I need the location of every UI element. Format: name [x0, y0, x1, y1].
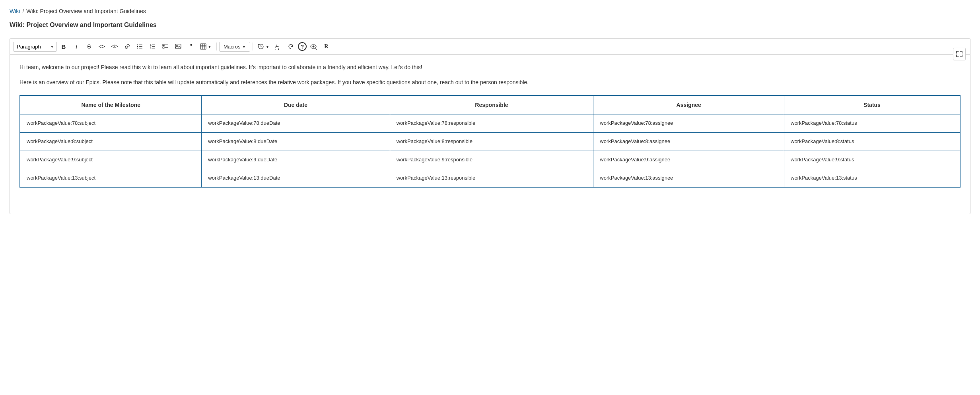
ordered-list-button[interactable]: 1.2.3.	[147, 41, 159, 52]
svg-rect-11	[152, 48, 155, 48]
svg-rect-7	[152, 45, 155, 45]
table-cell: workPackageValue:8:subject	[20, 132, 202, 151]
toolbar-divider-2	[253, 43, 253, 50]
svg-point-2	[137, 46, 138, 47]
milestones-table: Name of the Milestone Due date Responsib…	[19, 95, 961, 188]
strikethrough-button[interactable]: S	[83, 41, 95, 52]
svg-point-4	[137, 48, 138, 48]
table-cell: workPackageValue:78:status	[784, 114, 961, 133]
table-header-duedate: Due date	[202, 95, 390, 114]
table-cell: workPackageValue:78:dueDate	[202, 114, 390, 133]
table-row: workPackageValue:13:subjectworkPackageVa…	[20, 169, 960, 187]
table-header-row: Name of the Milestone Due date Responsib…	[20, 95, 960, 114]
table-dropdown[interactable]: ▼	[198, 42, 214, 51]
undo-button[interactable]	[272, 41, 284, 52]
table-header-status: Status	[784, 95, 961, 114]
preview-button[interactable]	[307, 41, 319, 52]
svg-text:3.: 3.	[150, 47, 152, 49]
table-cell: workPackageValue:9:responsible	[390, 151, 593, 169]
breadcrumb-separator: /	[22, 8, 24, 14]
overview-paragraph: Here is an overview of our Epics. Please…	[19, 78, 961, 87]
table-cell: workPackageValue:13:responsible	[390, 169, 593, 187]
svg-point-0	[137, 45, 138, 45]
svg-rect-18	[200, 44, 206, 49]
table-header-milestone: Name of the Milestone	[20, 95, 202, 114]
page-title: Wiki: Project Overview and Important Gui…	[10, 21, 970, 29]
table-cell: workPackageValue:78:assignee	[593, 114, 784, 133]
table-row: workPackageValue:9:subjectworkPackageVal…	[20, 151, 960, 169]
quote-button[interactable]: "	[185, 41, 197, 52]
code-button[interactable]: <>	[96, 41, 108, 52]
table-header-assignee: Assignee	[593, 95, 784, 114]
svg-rect-3	[139, 46, 142, 47]
table-cell: workPackageValue:13:dueDate	[202, 169, 390, 187]
history-dropdown[interactable]: ▼	[255, 42, 272, 51]
table-row: workPackageValue:78:subjectworkPackageVa…	[20, 114, 960, 133]
table-cell: workPackageValue:8:dueDate	[202, 132, 390, 151]
svg-rect-15	[165, 47, 168, 48]
link-button[interactable]	[121, 41, 133, 52]
table-cell: workPackageValue:8:responsible	[390, 132, 593, 151]
table-cell: workPackageValue:8:status	[784, 132, 961, 151]
macros-button[interactable]: Macros ▼	[219, 42, 251, 52]
table-cell: workPackageValue:9:subject	[20, 151, 202, 169]
svg-rect-16	[175, 44, 181, 48]
bold-button[interactable]: B	[58, 41, 70, 52]
source-button[interactable]: R	[320, 41, 332, 52]
paragraph-dropdown-wrapper[interactable]: Paragraph ▼	[13, 42, 57, 52]
table-row: workPackageValue:8:subjectworkPackageVal…	[20, 132, 960, 151]
task-list-button[interactable]	[159, 41, 171, 52]
help-button[interactable]: ?	[298, 42, 307, 51]
inline-code-button[interactable]: </>	[109, 41, 121, 52]
table-cell: workPackageValue:8:assignee	[593, 132, 784, 151]
editor-toolbar: Paragraph ▼ B I S <> </> 1.2	[10, 39, 970, 55]
toolbar-divider-1	[216, 43, 217, 50]
table-cell: workPackageValue:9:status	[784, 151, 961, 169]
fullscreen-button[interactable]	[953, 48, 966, 60]
table-cell: workPackageValue:13:status	[784, 169, 961, 187]
macros-label: Macros	[224, 44, 241, 50]
breadcrumb-current-page: Wiki: Project Overview and Important Gui…	[26, 8, 146, 14]
bullet-list-button[interactable]	[134, 41, 146, 52]
table-cell: workPackageValue:13:assignee	[593, 169, 784, 187]
svg-rect-1	[139, 45, 142, 45]
svg-rect-9	[152, 46, 155, 47]
svg-rect-5	[139, 48, 142, 48]
table-cell: workPackageValue:13:subject	[20, 169, 202, 187]
svg-line-26	[315, 48, 317, 50]
svg-rect-13	[165, 45, 168, 45]
svg-point-25	[313, 46, 315, 48]
editor-container: Paragraph ▼ B I S <> </> 1.2	[10, 38, 970, 214]
table-cell: workPackageValue:9:assignee	[593, 151, 784, 169]
italic-button[interactable]: I	[70, 41, 82, 52]
breadcrumb-wiki-link[interactable]: Wiki	[10, 8, 20, 14]
image-button[interactable]	[172, 41, 184, 52]
table-cell: workPackageValue:78:subject	[20, 114, 202, 133]
table-cell: workPackageValue:9:dueDate	[202, 151, 390, 169]
redo-button[interactable]	[285, 41, 297, 52]
svg-rect-14	[163, 47, 164, 48]
editor-content[interactable]: Hi team, welcome to our project! Please …	[10, 55, 970, 214]
table-header-responsible: Responsible	[390, 95, 593, 114]
breadcrumb: Wiki / Wiki: Project Overview and Import…	[10, 8, 970, 14]
intro-paragraph: Hi team, welcome to our project! Please …	[19, 63, 961, 72]
table-cell: workPackageValue:78:responsible	[390, 114, 593, 133]
paragraph-select[interactable]: Paragraph	[13, 42, 57, 52]
